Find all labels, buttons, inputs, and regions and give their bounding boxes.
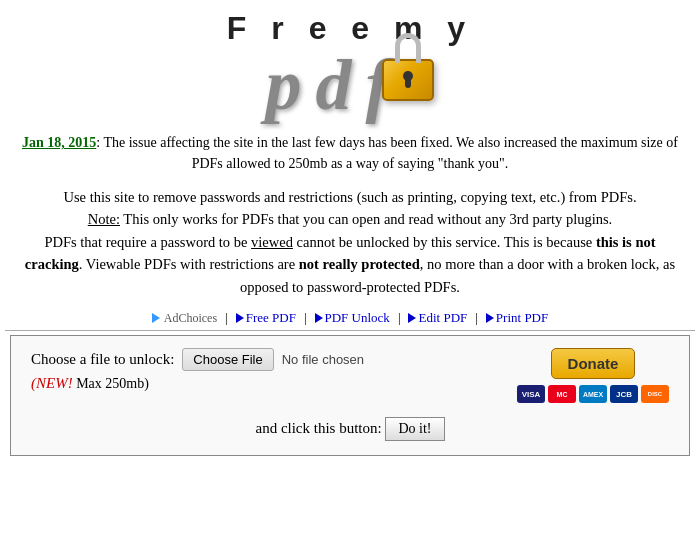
- desc-line3-post: . Viewable PDFs with restrictions are: [79, 256, 299, 272]
- max-size-text: Max 250mb): [76, 376, 149, 391]
- note-label: Note:: [88, 211, 120, 227]
- donate-area: Donate VISA MC AMEX JCB DISC: [517, 348, 669, 403]
- donate-button[interactable]: Donate: [551, 348, 636, 379]
- notice-message: : The issue affecting the site in the la…: [96, 135, 678, 171]
- adchoices-icon: [152, 313, 160, 323]
- arrow-icon-editpdf: [408, 313, 416, 323]
- site-title: F r e e m y: [0, 10, 700, 47]
- header: F r e e m y p d f: [0, 0, 700, 126]
- no-file-text: No file chosen: [282, 352, 364, 367]
- ad-bar: AdChoices | Free PDF | PDF Unlock | Edit…: [0, 304, 700, 330]
- click-row: and click this button: Do it!: [31, 413, 669, 445]
- arrow-icon-freepdf: [236, 313, 244, 323]
- notice-box: Jan 18, 2015: The issue affecting the si…: [0, 126, 700, 180]
- desc-line3-pre: PDFs that require a password to be: [44, 234, 251, 250]
- arrow-icon-pdfunlock: [315, 313, 323, 323]
- logo-area: p d f: [0, 49, 700, 121]
- new-label: (NEW!: [31, 375, 73, 391]
- lock-icon: [382, 59, 434, 101]
- upload-box: Choose a file to unlock: Choose File No …: [10, 335, 690, 456]
- adchoices: AdChoices: [152, 311, 217, 326]
- desc-line1: Use this site to remove passwords and re…: [15, 186, 685, 208]
- upload-label-row: Choose a file to unlock: Choose File No …: [31, 348, 364, 371]
- ad-link-freepdf[interactable]: Free PDF: [236, 310, 296, 326]
- desc-viewed: viewed: [251, 234, 293, 250]
- adchoices-label: AdChoices: [164, 311, 217, 326]
- amex-icon: AMEX: [579, 385, 607, 403]
- arrow-icon-printpdf: [486, 313, 494, 323]
- discover-icon: DISC: [641, 385, 669, 403]
- ad-separator: |: [225, 310, 228, 326]
- desc-bold2: not really protected: [299, 256, 420, 272]
- upload-row: Choose a file to unlock: Choose File No …: [31, 348, 669, 403]
- upload-label: Choose a file to unlock:: [31, 351, 174, 368]
- desc-line3: PDFs that require a password to be viewe…: [15, 231, 685, 298]
- pdf-text: p d f: [266, 49, 388, 121]
- desc-note: Note: This only works for PDFs that you …: [15, 208, 685, 230]
- do-it-button[interactable]: Do it!: [385, 417, 444, 441]
- description: Use this site to remove passwords and re…: [0, 180, 700, 304]
- separator: [5, 330, 695, 331]
- desc-line2: This only works for PDFs that you can op…: [120, 211, 612, 227]
- notice-date-link[interactable]: Jan 18, 2015: [22, 135, 96, 150]
- submit-label: and click this button:: [255, 420, 381, 436]
- desc-line3-mid: cannot be unlocked by this service. This…: [293, 234, 596, 250]
- card-icons: VISA MC AMEX JCB DISC: [517, 385, 669, 403]
- ad-link-printpdf[interactable]: Print PDF: [486, 310, 548, 326]
- max-size-row: (NEW! Max 250mb): [31, 375, 364, 392]
- ad-link-editpdf[interactable]: Edit PDF: [408, 310, 467, 326]
- jcb-icon: JCB: [610, 385, 638, 403]
- mastercard-icon: MC: [548, 385, 576, 403]
- ad-link-pdfunlock[interactable]: PDF Unlock: [315, 310, 390, 326]
- upload-left: Choose a file to unlock: Choose File No …: [31, 348, 364, 392]
- visa-icon: VISA: [517, 385, 545, 403]
- choose-file-button[interactable]: Choose File: [182, 348, 273, 371]
